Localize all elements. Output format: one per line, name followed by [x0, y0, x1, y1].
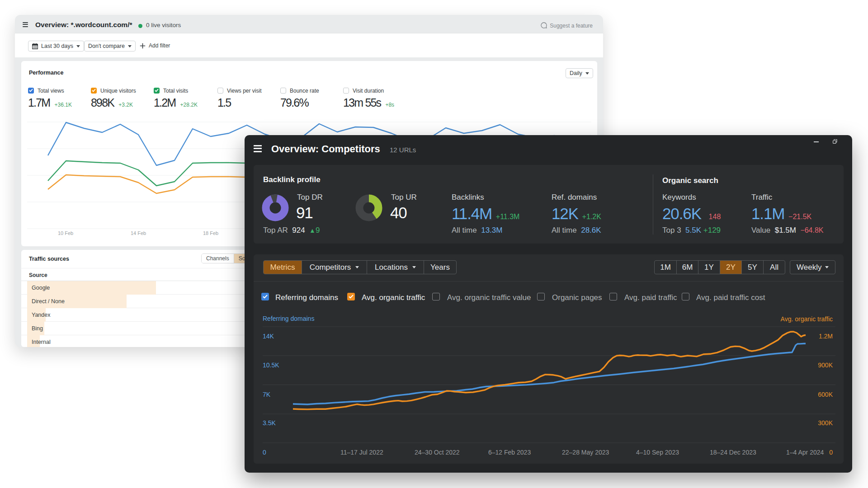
svg-text:14 Feb: 14 Feb — [131, 230, 146, 236]
svg-text:18 Feb: 18 Feb — [203, 230, 218, 236]
svg-text:10 Feb: 10 Feb — [58, 230, 73, 236]
